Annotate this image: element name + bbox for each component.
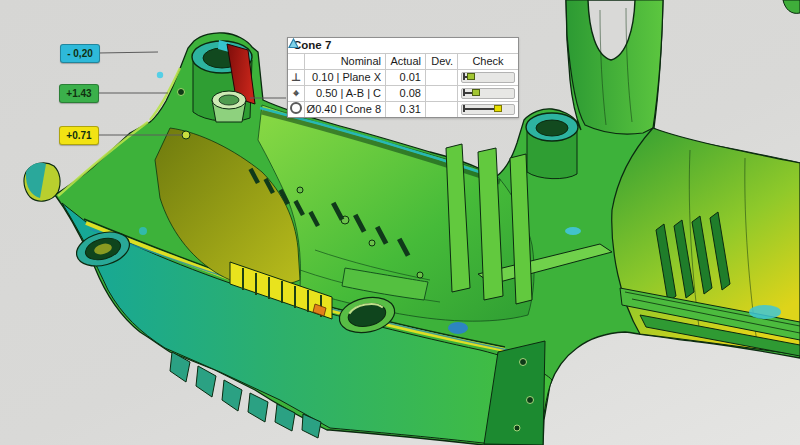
deviation-triangle-icon <box>288 53 304 69</box>
tolerance-bar <box>461 72 515 83</box>
tolerance-bar <box>461 104 515 115</box>
nominal-value: Ø0.40 | Cone 8 <box>304 101 385 117</box>
check-cell <box>457 85 518 101</box>
left-nub <box>24 163 60 201</box>
deviation-label-yellow[interactable]: +0.71 <box>59 126 99 145</box>
deviation-label-negative[interactable]: - 0,20 <box>60 44 100 63</box>
actual-value: 0.31 <box>385 101 425 117</box>
metrology-viewport: - 0,20 +1.43 +0.71 Cone 7 Nominal Actual… <box>0 0 800 445</box>
actual-value: 0.08 <box>385 85 425 101</box>
check-cell <box>457 101 518 117</box>
col-header-dev: Dev. <box>425 53 457 69</box>
nominal-value: 0.50 | A-B | C <box>304 85 385 101</box>
tolerance-line <box>464 108 498 110</box>
col-header-actual: Actual <box>385 53 425 69</box>
deviation-label-green[interactable]: +1.43 <box>59 84 99 103</box>
table-title: Cone 7 <box>288 38 518 53</box>
col-header-nominal: Nominal <box>304 53 385 69</box>
actual-value: 0.01 <box>385 69 425 85</box>
check-marker <box>494 105 502 112</box>
tolerance-bar <box>461 88 515 99</box>
fin-plates <box>446 144 532 304</box>
position-icon: ⌖ <box>288 85 304 101</box>
check-marker <box>467 73 475 80</box>
check-marker <box>472 89 480 96</box>
circularity-icon <box>288 101 304 117</box>
nominal-value: 0.10 | Plane X <box>304 69 385 85</box>
deviation-patch-blue <box>448 322 468 334</box>
dev-value <box>425 101 457 117</box>
col-header-check: Check <box>457 53 518 69</box>
perpendicularity-icon: ⊥ <box>288 69 304 85</box>
dev-value <box>425 85 457 101</box>
dev-value <box>425 69 457 85</box>
check-cell <box>457 69 518 85</box>
inspection-dimension-table[interactable]: Cone 7 Nominal Actual Dev. Check ⊥ 0.10 … <box>287 37 519 118</box>
